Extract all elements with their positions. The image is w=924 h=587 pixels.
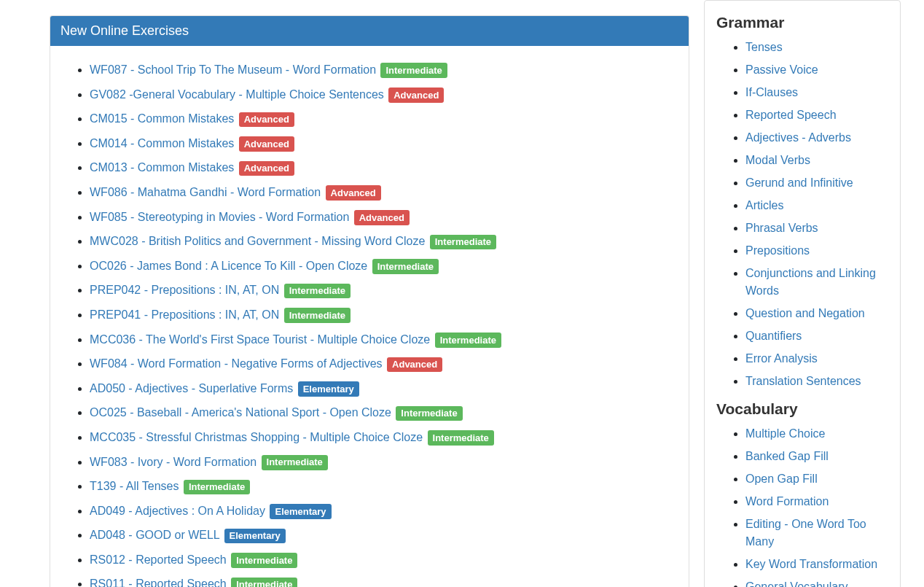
exercise-link[interactable]: MCC035 - Stressful Christmas Shopping - … [90,431,423,443]
sidebar-item: Error Analysis [745,350,888,368]
sidebar-link[interactable]: Key Word Transformation [745,558,877,570]
exercise-link[interactable]: WF087 - School Trip To The Museum - Word… [90,63,376,76]
level-badge: Intermediate [435,333,501,348]
sidebar-heading-vocabulary: Vocabulary [716,400,888,418]
sidebar-link[interactable]: Question and Negation [745,307,865,319]
sidebar-item: Tenses [745,39,888,56]
panel-title: New Online Exercises [50,16,689,46]
sidebar-item: Modal Verbs [745,152,888,169]
level-badge: Intermediate [284,284,351,299]
exercise-link[interactable]: PREP042 - Prepositions : IN, AT, ON [90,284,279,296]
sidebar-link[interactable]: Conjunctions and Linking Words [745,267,876,297]
sidebar-link[interactable]: Translation Sentences [745,375,861,387]
sidebar-link[interactable]: Gerund and Infinitive [745,176,853,189]
level-badge: Advanced [388,88,444,103]
exercise-item: T139 - All Tenses Intermediate [90,477,686,496]
exercise-item: GV082 -General Vocabulary - Multiple Cho… [90,85,686,104]
sidebar-item: Word Formation [745,493,888,510]
sidebar-link[interactable]: Open Gap Fill [745,473,818,485]
sidebar-item: Reported Speech [745,106,888,124]
sidebar-item: General Vocabulary Exercises [745,578,888,587]
exercise-link[interactable]: OC025 - Baseball - America's National Sp… [90,406,391,419]
level-badge: Advanced [239,112,294,128]
exercise-link[interactable]: WF083 - Ivory - Word Formation [90,456,257,468]
sidebar-heading-grammar: Grammar [716,14,888,31]
sidebar-link[interactable]: Articles [745,199,783,211]
exercise-item: WF087 - School Trip To The Museum - Word… [90,61,686,79]
sidebar-item: Prepositions [745,242,888,260]
sidebar-link[interactable]: Error Analysis [745,352,818,365]
sidebar-link[interactable]: Banked Gap Fill [745,450,829,462]
exercise-item: AD049 - Adjectives : On A Holiday Elemen… [90,502,686,521]
exercise-item: WF085 - Stereotyping in Movies - Word Fo… [90,208,686,227]
sidebar-link[interactable]: Adjectives - Adverbs [745,131,851,144]
sidebar-link[interactable]: Quantifiers [745,330,802,342]
exercise-item: AD048 - GOOD or WELL Elementary [90,526,686,545]
level-badge: Intermediate [380,63,447,78]
level-badge: Advanced [354,210,410,225]
level-badge: Intermediate [372,259,439,274]
sidebar-link[interactable]: Passive Voice [745,63,818,76]
sidebar-item: Adjectives - Adverbs [745,129,888,147]
level-badge: Intermediate [231,553,297,568]
exercise-item: CM014 - Common Mistakes Advanced [90,134,686,153]
level-badge: Elementary [224,529,286,544]
sidebar-item: Phrasal Verbs [745,219,888,237]
level-badge: Intermediate [428,430,494,446]
exercise-link[interactable]: AD048 - GOOD or WELL [90,529,219,541]
sidebar-link[interactable]: Multiple Choice [745,427,825,440]
exercise-link[interactable]: AD049 - Adjectives : On A Holiday [90,505,265,517]
sidebar-item: Conjunctions and Linking Words [745,265,888,300]
sidebar-item: Multiple Choice [745,425,888,443]
sidebar-link[interactable]: Phrasal Verbs [745,222,818,234]
level-badge: Advanced [239,161,294,176]
sidebar-link[interactable]: Prepositions [745,244,810,257]
level-badge: Elementary [298,381,359,397]
exercise-item: MWC028 - British Politics and Government… [90,232,686,251]
level-badge: Intermediate [396,406,462,421]
exercise-item: WF084 - Word Formation - Negative Forms … [90,354,686,373]
level-badge: Advanced [326,185,381,201]
sidebar-link[interactable]: If-Clauses [745,86,798,98]
sidebar-item: Articles [745,197,888,214]
exercise-link[interactable]: AD050 - Adjectives - Superlative Forms [90,382,293,394]
sidebar-link[interactable]: Reported Speech [745,109,837,121]
exercise-item: CM013 - Common Mistakes Advanced [90,158,686,177]
level-badge: Intermediate [262,455,328,470]
exercise-link[interactable]: RS011 - Reported Speech [90,578,227,587]
exercise-link[interactable]: WF086 - Mahatma Gandhi - Word Formation [90,186,321,198]
sidebar-link[interactable]: Tenses [745,41,783,53]
exercise-item: OC026 - James Bond : A Licence To Kill -… [90,257,686,276]
exercise-link[interactable]: CM014 - Common Mistakes [90,137,234,149]
exercise-item: PREP041 - Prepositions : IN, AT, ON Inte… [90,306,686,324]
sidebar-link[interactable]: General Vocabulary Exercises [745,580,848,587]
sidebar-item: If-Clauses [745,84,888,101]
sidebar-item: Quantifiers [745,327,888,345]
exercise-link[interactable]: MCC036 - The World's First Space Tourist… [90,333,430,346]
exercise-link[interactable]: WF084 - Word Formation - Negative Forms … [90,357,383,370]
level-badge: Advanced [387,357,442,373]
exercise-link[interactable]: CM015 - Common Mistakes [90,112,234,125]
exercise-item: PREP042 - Prepositions : IN, AT, ON Inte… [90,281,686,300]
exercise-link[interactable]: RS012 - Reported Speech [90,553,227,566]
exercise-link[interactable]: PREP041 - Prepositions : IN, AT, ON [90,308,279,321]
sidebar-item: Editing - One Word Too Many [745,516,888,551]
level-badge: Intermediate [184,480,250,495]
sidebar-link[interactable]: Modal Verbs [745,154,810,166]
exercise-item: MCC035 - Stressful Christmas Shopping - … [90,428,686,447]
sidebar-categories: Grammar TensesPassive VoiceIf-ClausesRep… [704,0,901,587]
exercise-link[interactable]: MWC028 - British Politics and Government… [90,235,425,247]
exercise-link[interactable]: T139 - All Tenses [90,480,179,492]
sidebar-link[interactable]: Editing - One Word Too Many [745,518,866,548]
level-badge: Intermediate [430,235,496,250]
exercise-link[interactable]: OC026 - James Bond : A Licence To Kill -… [90,260,367,272]
exercise-link[interactable]: WF085 - Stereotyping in Movies - Word Fo… [90,211,349,223]
exercise-link[interactable]: GV082 -General Vocabulary - Multiple Cho… [90,88,384,101]
sidebar-item: Gerund and Infinitive [745,174,888,192]
exercise-item: WF083 - Ivory - Word Formation Intermedi… [90,453,686,472]
exercise-link[interactable]: CM013 - Common Mistakes [90,161,234,174]
sidebar-link[interactable]: Word Formation [745,495,829,508]
exercise-item: OC025 - Baseball - America's National Sp… [90,403,686,422]
sidebar-item: Open Gap Fill [745,470,888,488]
new-exercises-panel: New Online Exercises WF087 - School Trip… [50,15,689,587]
